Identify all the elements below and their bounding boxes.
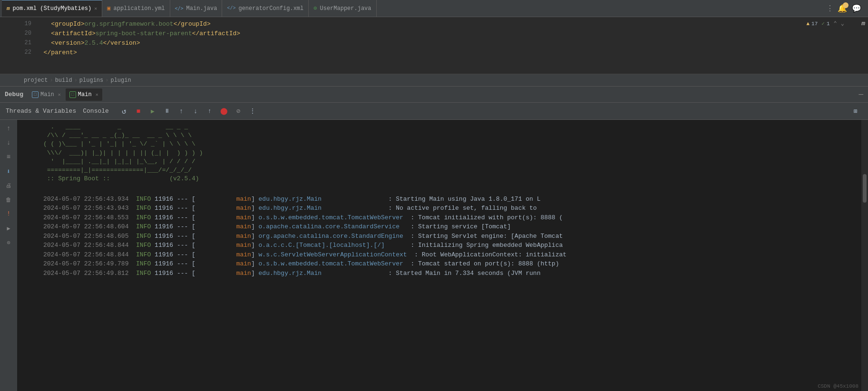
expand-icon[interactable]: ⌃ [834, 20, 837, 27]
debug-tab-main-1-close[interactable]: ✕ [58, 92, 61, 98]
breadcrumb-project[interactable]: project [24, 77, 48, 84]
tab-pom-xml-label: pom.xml (StudyMybaties) [13, 5, 92, 12]
line-content-19: <groupId>org.springframework.boot</group… [36, 20, 211, 28]
list-view-icon[interactable]: ≡ [2, 150, 15, 164]
breadcrumb-sep-2: › [74, 77, 78, 84]
tab-generator-config-label: generatorConfig.xml [238, 5, 303, 12]
spring-ascii-art: . ____ _ __ _ _ /\\ / ___'_ __ _ _(_)_ _… [43, 123, 856, 183]
threads-variables-label: Threads & Variables [6, 108, 76, 115]
main-content: ↑ ↓ ≡ ⬇ 🖨 🗑 ! ▶ ⊙ . ____ _ __ _ _ /\\ / … [0, 120, 868, 391]
ok-check-icon: ✓ [821, 20, 825, 27]
notification-bell-icon[interactable]: 🔔 [838, 4, 847, 13]
generator-config-icon: </> [227, 6, 235, 11]
more-button[interactable]: ⋮ [246, 105, 259, 118]
debug-tab-main-1[interactable]: □ Main ✕ [28, 88, 65, 101]
editor-line-21: 21 <version>2.5.4</version> [17, 38, 868, 48]
console-output[interactable]: . ____ _ __ _ _ /\\ / ___'_ __ _ _(_)_ _… [17, 120, 861, 391]
log-line-6: 2024-05-07 22:56:48.844 INFO 11916 --- [… [43, 241, 856, 250]
up-arrow-icon[interactable]: ↑ [2, 122, 15, 135]
step-down-icon[interactable]: ⬇ [2, 165, 15, 178]
log-line-3: 2024-05-07 22:56:48.553 INFO 11916 --- [… [43, 213, 856, 223]
log-line-7: 2024-05-07 22:56:48.844 INFO 11916 --- [… [43, 250, 856, 260]
debug-header-minus[interactable]: — [858, 90, 863, 99]
refresh-button[interactable]: ↺ [117, 105, 131, 118]
debug-tab-main-1-icon: □ [32, 91, 39, 98]
editor-line-22: 22 </parent> [17, 48, 868, 57]
main-java-icon: </> [175, 6, 184, 11]
print-icon[interactable]: 🖨 [2, 179, 15, 192]
resume-button[interactable]: ▶ [146, 105, 159, 118]
down-arrow-icon[interactable]: ↓ [2, 136, 15, 149]
more-tabs-icon[interactable]: ⋮ [826, 4, 834, 13]
breadcrumb-plugin[interactable]: plugin [110, 77, 131, 84]
debug-tab-main-2-label: Main [78, 91, 92, 98]
mute-breakpoints-button[interactable]: ⬤ [217, 105, 231, 118]
editor-line-20: 20 <artifactId>spring-boot-starter-paren… [17, 29, 868, 38]
log-line-9: 2024-05-07 22:56:49.812 INFO 11916 --- [… [43, 269, 856, 278]
breadcrumb: project › build › plugins › plugin [0, 74, 868, 87]
clear-button[interactable]: ⊘ [232, 105, 245, 118]
debug-tab-main-1-label: Main [40, 91, 54, 98]
line-content-20: <artifactId>spring-boot-starter-parent</… [36, 30, 240, 37]
warn-triangle-icon: ▲ [806, 21, 809, 27]
chat-icon[interactable]: 💬 [852, 4, 861, 13]
toolbar: Threads & Variables Console ↺ ■ ▶ ⏸ ↑ ↓ … [0, 103, 868, 120]
tab-bar-actions: ⋮ [826, 4, 838, 13]
watermark: CSDN @45x1008 [818, 383, 858, 389]
debug-label: Debug [5, 91, 23, 98]
editor-warnings: ▲ 17 ✓ 1 ⌃ ⌄ [806, 20, 844, 27]
side-icon-m: m [861, 20, 865, 27]
tab-main-java[interactable]: </> Main.java [170, 0, 223, 17]
run-icon[interactable]: ▶ [2, 222, 15, 235]
ok-number: 1 [827, 21, 830, 27]
tab-application-yml[interactable]: ▣ application.yml [102, 0, 170, 17]
line-num-21: 21 [17, 39, 36, 46]
tab-application-yml-label: application.yml [114, 5, 165, 12]
line-content-21: <version>2.5.4</version> [36, 39, 140, 47]
notifications-icon[interactable]: ! [2, 207, 15, 221]
scrollbar-thumb[interactable] [863, 174, 867, 203]
breadcrumb-sep-1: › [49, 77, 53, 84]
debug-tab-main-2[interactable]: □ Main ✕ [66, 88, 102, 101]
step-over-button[interactable]: ↑ [175, 105, 188, 118]
tab-generator-config[interactable]: </> generatorConfig.xml [222, 0, 309, 17]
console-label: Console [83, 108, 109, 115]
debug-tab-main-2-close[interactable]: ✕ [96, 92, 98, 98]
tab-pom-xml[interactable]: m pom.xml (StudyMybaties) ✕ [2, 0, 102, 17]
tab-user-mapper-label: UserMapper.java [320, 5, 371, 12]
line-num-20: 20 [17, 30, 36, 37]
collapse-icon[interactable]: ⌄ [841, 20, 844, 27]
log-line-4: 2024-05-07 22:56:48.604 INFO 11916 --- [… [43, 222, 856, 232]
breadcrumb-plugins[interactable]: plugins [79, 77, 103, 84]
expand-panel-button[interactable]: ⊞ [849, 105, 862, 118]
tab-user-mapper[interactable]: ⊙ UserMapper.java [309, 0, 376, 17]
warning-number: 17 [811, 21, 818, 27]
circle-icon[interactable]: ⊙ [2, 236, 15, 249]
step-into-button[interactable]: ↓ [189, 105, 202, 118]
left-sidebar: ↑ ↓ ≡ ⬇ 🖨 🗑 ! ▶ ⊙ [0, 120, 17, 391]
pause-button[interactable]: ⏸ [160, 105, 174, 118]
stop-button[interactable]: ■ [132, 105, 145, 118]
log-line-5: 2024-05-07 22:56:48.605 INFO 11916 --- [… [43, 232, 856, 241]
editor-lines: 19 <groupId>org.springframework.boot</gr… [17, 17, 868, 59]
log-line-1: 2024-05-07 22:56:43.934 INFO 11916 --- [… [43, 195, 856, 204]
user-mapper-icon: ⊙ [313, 5, 317, 12]
panel-icons: m [861, 20, 865, 27]
editor-area: 19 <groupId>org.springframework.boot</gr… [0, 17, 868, 74]
editor-line-19: 19 <groupId>org.springframework.boot</gr… [17, 19, 868, 29]
breadcrumb-build[interactable]: build [55, 77, 72, 84]
tab-main-java-label: Main.java [186, 5, 217, 12]
warning-count[interactable]: ▲ 17 [806, 21, 818, 27]
tab-bar: m pom.xml (StudyMybaties) ✕ ▣ applicatio… [0, 0, 868, 17]
log-line-2: 2024-05-07 22:56:43.943 INFO 11916 --- [… [43, 204, 856, 213]
step-out-button[interactable]: ↑ [203, 105, 216, 118]
delete-icon[interactable]: 🗑 [2, 193, 15, 206]
line-content-22: </parent> [36, 49, 77, 56]
scrollbar-track[interactable] [861, 120, 868, 391]
pom-xml-icon: m [7, 6, 10, 11]
breadcrumb-sep-3: › [105, 77, 108, 84]
line-num-22: 22 [17, 49, 36, 56]
line-num-19: 19 [17, 20, 36, 27]
tab-pom-xml-close[interactable]: ✕ [94, 6, 97, 11]
debug-header: Debug □ Main ✕ □ Main ✕ — [0, 87, 868, 103]
